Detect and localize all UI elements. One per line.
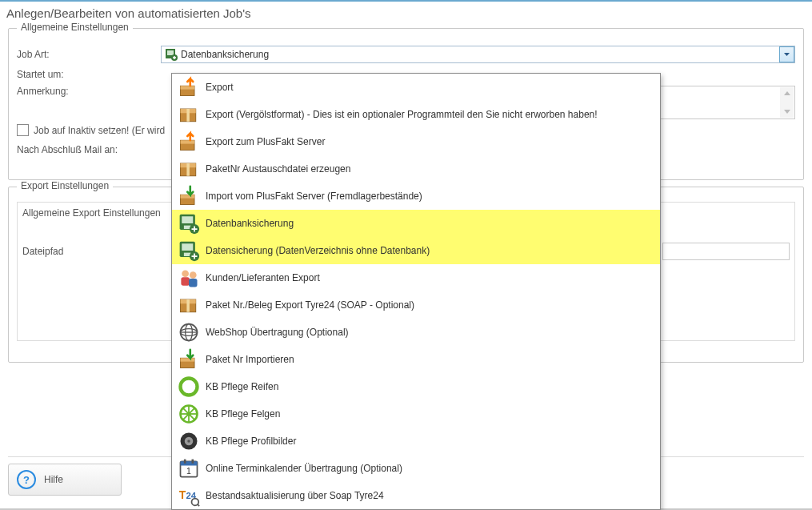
dropdown-item[interactable]: Datensicherung (DatenVerzeichnis ohne Da… [172, 237, 660, 264]
svg-rect-49 [192, 460, 194, 464]
svg-point-23 [182, 270, 189, 277]
svg-point-45 [187, 440, 190, 443]
svg-point-25 [190, 271, 197, 279]
tire-black-icon [177, 429, 201, 453]
filepath-input[interactable] [662, 243, 790, 260]
svg-rect-7 [186, 109, 190, 122]
dropdown-item-label: WebShop Übertragung (Optional) [206, 327, 349, 338]
t24-icon: T24 [177, 484, 201, 508]
dropdown-item[interactable]: PaketNr Austauschdatei erzeugen [172, 155, 660, 183]
label-anmerkung: Anmerkung: [17, 86, 161, 97]
dropdown-item[interactable]: T24Bestandsaktualisierung über Soap Tyre… [172, 482, 660, 509]
dropdown-item-label: Online Terminkalender Übertragung (Optio… [206, 463, 402, 474]
box-up-orange-icon [177, 130, 201, 154]
anmerkung-textarea[interactable] [657, 86, 795, 119]
dropdown-item-label: Paket Nr./Beleg Export Tyre24 (SOAP - Op… [206, 299, 414, 311]
label-startet: Startet um: [17, 69, 161, 80]
group-legend-general: Allgemeine Einstellungen [17, 22, 133, 33]
dropdown-item[interactable]: WebShop Übertragung (Optional) [172, 319, 660, 346]
ring-green-icon [177, 375, 201, 399]
db-save-icon [165, 48, 178, 61]
group-legend-export: Export Einstellungen [17, 180, 113, 191]
box-up-orange-icon [177, 75, 201, 99]
db-save-icon [177, 239, 201, 263]
svg-rect-48 [184, 460, 186, 464]
label-filepath: Dateipfad [22, 246, 158, 257]
svg-rect-9 [181, 140, 195, 143]
svg-text:T: T [179, 488, 186, 501]
dropdown-item[interactable]: Paket Nr./Beleg Export Tyre24 (SOAP - Op… [172, 291, 660, 319]
svg-rect-1 [167, 50, 174, 55]
inactive-checkbox-label: Job auf Inaktiv setzen! (Er wird [34, 125, 165, 136]
dropdown-item-label: Export (Vergölstformat) - Dies ist ein o… [206, 109, 598, 120]
svg-rect-4 [181, 86, 195, 89]
textarea-scrollbar[interactable] [780, 87, 794, 118]
svg-rect-12 [186, 163, 190, 176]
help-button[interactable]: ? Hilfe [8, 464, 122, 496]
box-closed-icon [177, 157, 201, 181]
dropdown-item[interactable]: Export (Vergölstformat) - Dies ist ein o… [172, 101, 660, 128]
svg-text:1: 1 [186, 466, 191, 476]
wheel-green-icon [177, 402, 201, 426]
svg-line-54 [198, 504, 200, 507]
dropdown-item-label: Kunden/Lieferanten Export [206, 272, 320, 283]
dropdown-item-label: PaketNr Austauschdatei erzeugen [206, 163, 350, 175]
dropdown-item[interactable]: Export [172, 74, 660, 101]
dropdown-item-label: KB Pflege Profilbilder [206, 436, 296, 447]
svg-rect-29 [186, 299, 190, 312]
dropdown-item[interactable]: Kunden/Lieferanten Export [172, 264, 660, 291]
dropdown-item[interactable]: Datenbanksicherung [172, 210, 660, 237]
dropdown-item[interactable]: 1Online Terminkalender Übertragung (Opti… [172, 455, 660, 482]
job-art-combobox[interactable]: Datenbanksicherung [161, 46, 795, 63]
scroll-up-icon[interactable] [781, 87, 793, 99]
dropdown-item-label: Bestandsaktualisierung über Soap Tyre24 [206, 490, 384, 501]
people-icon [177, 266, 201, 290]
dropdown-item-label: KB Pflege Felgen [206, 408, 280, 420]
checkbox-icon[interactable] [17, 124, 29, 136]
dropdown-item-label: Export zum PlusFakt Server [206, 136, 325, 147]
dropdown-item[interactable]: Paket Nr Importieren [172, 346, 660, 373]
box-down-green-icon [177, 184, 201, 208]
svg-rect-26 [189, 279, 198, 287]
svg-rect-35 [181, 358, 195, 361]
dropdown-item-label: Datensicherung (DatenVerzeichnis ohne Da… [206, 245, 430, 256]
job-art-dropdown-list[interactable]: ExportExport (Vergölstformat) - Dies ist… [171, 73, 661, 510]
svg-rect-14 [181, 195, 195, 198]
chevron-down-icon[interactable] [779, 46, 794, 62]
dropdown-item[interactable]: Export zum PlusFakt Server [172, 128, 660, 155]
dropdown-item-label: KB Pflege Reifen [206, 381, 278, 392]
db-save-icon [177, 211, 201, 235]
svg-point-42 [186, 412, 190, 416]
svg-rect-20 [182, 243, 193, 251]
label-job-art: Job Art: [17, 49, 161, 60]
box-closed-icon [177, 293, 201, 317]
dropdown-item-label: Paket Nr Importieren [206, 354, 294, 365]
job-art-value: Datenbanksicherung [181, 49, 779, 60]
dropdown-item[interactable]: KB Pflege Felgen [172, 400, 660, 428]
box-closed-icon [177, 102, 201, 126]
dropdown-item-label: Export [206, 82, 234, 93]
help-button-label: Hilfe [44, 474, 63, 485]
calendar-icon: 1 [177, 456, 201, 480]
dropdown-item-label: Import vom PlusFakt Server (Fremdlagerbe… [206, 191, 422, 202]
dropdown-item[interactable]: KB Pflege Profilbilder [172, 428, 660, 455]
svg-rect-47 [181, 461, 198, 465]
dropdown-item[interactable]: Import vom PlusFakt Server (Fremdlagerbe… [172, 183, 660, 210]
svg-rect-24 [181, 277, 190, 286]
svg-point-36 [181, 379, 198, 396]
box-down-green-icon [177, 347, 201, 371]
svg-rect-16 [182, 216, 193, 223]
dropdown-item[interactable]: KB Pflege Reifen [172, 373, 660, 400]
dropdown-item-label: Datenbanksicherung [206, 218, 294, 229]
scroll-down-icon[interactable] [781, 106, 793, 118]
globe-icon [177, 320, 201, 344]
label-mail: Nach Abschluß Mail an: [17, 144, 118, 155]
help-icon: ? [17, 470, 36, 489]
